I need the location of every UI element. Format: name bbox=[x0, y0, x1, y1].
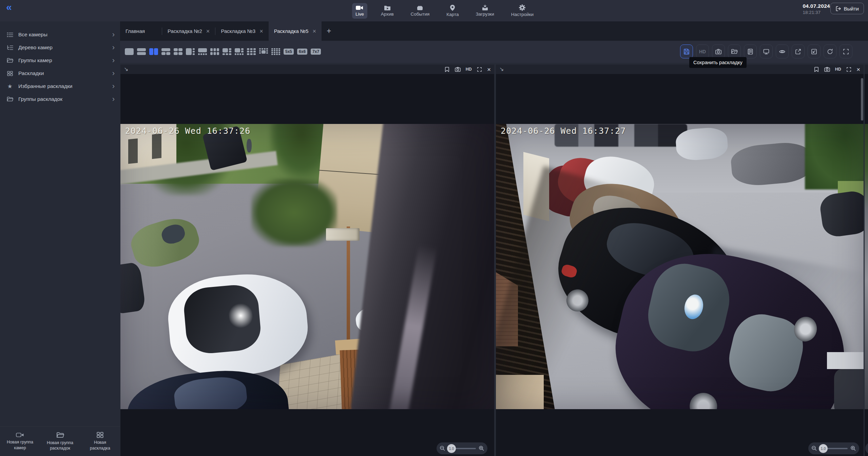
watch-button[interactable] bbox=[776, 44, 789, 58]
tab-close-icon[interactable]: × bbox=[259, 28, 263, 34]
nav-archive[interactable]: Архив bbox=[378, 3, 397, 19]
time-text: 18:21:37 bbox=[803, 10, 830, 15]
layout-4x4-button[interactable] bbox=[271, 48, 280, 55]
download-icon bbox=[482, 5, 488, 11]
layout-1plus2-button[interactable] bbox=[161, 48, 170, 55]
snapshot-icon[interactable] bbox=[824, 67, 830, 72]
layout-1plus3-button[interactable] bbox=[186, 48, 195, 55]
snapshot-icon[interactable] bbox=[455, 67, 461, 72]
zoom-out-icon[interactable] bbox=[811, 445, 817, 451]
nav-downloads[interactable]: Загрузки bbox=[472, 3, 497, 19]
tile-fullscreen-icon[interactable] bbox=[846, 67, 851, 72]
zoom-out-icon[interactable] bbox=[440, 445, 445, 451]
expand-corner-icon[interactable]: ↘ bbox=[499, 67, 504, 72]
layout-1center-button[interactable] bbox=[259, 48, 268, 55]
sidebar-item-favorite-layouts[interactable]: ★ Избранные раскладки › bbox=[0, 80, 120, 93]
sidebar-collapse-button[interactable]: « bbox=[6, 1, 12, 13]
export-button[interactable] bbox=[792, 44, 805, 58]
camera-video-1[interactable]: 2024-06-26 Wed 16:37:26 bbox=[120, 124, 494, 409]
resize-button[interactable] bbox=[808, 44, 821, 58]
display-button[interactable] bbox=[760, 44, 773, 58]
zoom-slider-handle[interactable]: 1.0 bbox=[819, 444, 828, 453]
save-layout-button[interactable] bbox=[680, 44, 693, 58]
date-text: 04.07.2024 bbox=[803, 3, 830, 9]
bookmark-icon[interactable] bbox=[444, 67, 450, 72]
layout-1plus7-button[interactable] bbox=[235, 48, 244, 55]
tile-fullscreen-icon[interactable] bbox=[477, 67, 482, 72]
camera-video-3[interactable] bbox=[865, 124, 868, 409]
layout-2cols-button[interactable] bbox=[149, 48, 158, 55]
nav-events[interactable]: События bbox=[407, 3, 433, 19]
nav-settings[interactable]: Настройки bbox=[508, 2, 537, 19]
layout-1plus5-button[interactable] bbox=[223, 48, 231, 55]
tree-icon bbox=[5, 45, 14, 50]
tab-close-icon[interactable]: × bbox=[206, 28, 210, 34]
eye-icon bbox=[779, 48, 786, 55]
add-tab-button[interactable]: + bbox=[322, 21, 336, 41]
layout-6x6-button[interactable]: 6x6 bbox=[297, 49, 307, 55]
layout-2rows-button[interactable] bbox=[137, 48, 146, 55]
sidebar-item-label: Все камеры bbox=[18, 32, 47, 38]
zoom-in-icon[interactable] bbox=[479, 445, 484, 451]
archive-folder-icon bbox=[384, 5, 391, 11]
logout-button[interactable]: Выйти bbox=[830, 3, 864, 14]
layout-grid-icon bbox=[97, 432, 103, 438]
button-label: Новая группараскладок bbox=[47, 440, 73, 451]
zoom-control bbox=[865, 442, 868, 454]
sidebar-item-camera-groups[interactable]: Группы камер › bbox=[0, 54, 120, 67]
refresh-button[interactable] bbox=[824, 44, 836, 58]
tile-close-icon[interactable]: × bbox=[856, 66, 860, 73]
new-layout-group-button[interactable]: Новая группараскладок bbox=[40, 427, 80, 456]
nav-label: Настройки bbox=[511, 12, 534, 17]
top-bar: « Live Архив События Карта Загрузки bbox=[0, 0, 868, 21]
hd-badge[interactable]: HD bbox=[466, 67, 472, 72]
hd-badge[interactable]: HD bbox=[835, 67, 841, 72]
snapshot-button[interactable] bbox=[712, 44, 725, 58]
zoom-slider[interactable]: 1.0 bbox=[820, 448, 848, 449]
archive-folder-button[interactable] bbox=[728, 44, 741, 58]
tab-main[interactable]: Главная bbox=[120, 21, 162, 41]
layout-1plus4-button[interactable] bbox=[198, 48, 207, 55]
zoom-slider[interactable]: 1.0 bbox=[448, 448, 476, 449]
layout-3x3-button[interactable] bbox=[247, 48, 256, 55]
zoom-in-icon[interactable] bbox=[850, 445, 856, 451]
nav-label: Архив bbox=[381, 12, 394, 17]
logout-icon bbox=[835, 6, 841, 12]
camera-tile-3-clipped bbox=[865, 65, 868, 456]
tile-close-icon[interactable]: × bbox=[487, 66, 491, 73]
camera-video-2[interactable]: 2024-06-26 Wed 16:37:27 bbox=[496, 124, 864, 409]
journal-button[interactable] bbox=[744, 44, 757, 58]
tab-label: Главная bbox=[126, 28, 145, 34]
new-camera-group-button[interactable]: Новая группакамер bbox=[0, 427, 40, 456]
nav-map[interactable]: Карта bbox=[443, 3, 462, 19]
fullscreen-button[interactable] bbox=[840, 44, 852, 58]
zoom-slider-handle[interactable]: 1.0 bbox=[447, 444, 456, 453]
expand-corner-icon[interactable]: ↘ bbox=[124, 67, 128, 72]
nav-live[interactable]: Live bbox=[352, 3, 367, 19]
sidebar-item-layouts[interactable]: Раскладки › bbox=[0, 67, 120, 80]
layout-5x5-button[interactable]: 5x5 bbox=[284, 49, 294, 55]
tab-close-icon[interactable]: × bbox=[312, 28, 316, 34]
bookmark-icon[interactable] bbox=[814, 67, 819, 72]
layout-grid-area: ↘ HD × bbox=[120, 63, 868, 456]
sidebar-item-label: Раскладки bbox=[18, 70, 44, 76]
logout-label: Выйти bbox=[844, 6, 859, 12]
sidebar-item-layout-groups[interactable]: Группы раскладок › bbox=[0, 93, 120, 106]
vertical-scrollbar[interactable] bbox=[861, 78, 863, 121]
tab-layout-2[interactable]: Раскладка №2 × bbox=[162, 21, 215, 41]
tab-layout-5[interactable]: Раскладка №5 × bbox=[269, 21, 322, 41]
sidebar-item-camera-tree[interactable]: Дерево камер › bbox=[0, 41, 120, 54]
hd-toggle-button[interactable]: HD bbox=[696, 44, 709, 58]
layout-2x2-button[interactable] bbox=[174, 48, 182, 55]
chevron-right-icon: › bbox=[112, 31, 115, 38]
sidebar-item-label: Избранные раскладки bbox=[18, 83, 72, 89]
new-layout-button[interactable]: Новаяраскладка bbox=[80, 427, 120, 456]
layout-7x7-button[interactable]: 7x7 bbox=[311, 49, 321, 55]
layout-action-buttons: HD bbox=[680, 44, 852, 58]
layout-1x1-button[interactable] bbox=[125, 48, 134, 55]
layout-3x2-button[interactable] bbox=[210, 48, 219, 55]
camera-tile-1: ↘ HD × bbox=[120, 65, 494, 456]
sidebar-item-all-cameras[interactable]: Все камеры › bbox=[0, 28, 120, 41]
camera-tile-header bbox=[865, 65, 868, 74]
tab-layout-3[interactable]: Раскладка №3 × bbox=[215, 21, 268, 41]
